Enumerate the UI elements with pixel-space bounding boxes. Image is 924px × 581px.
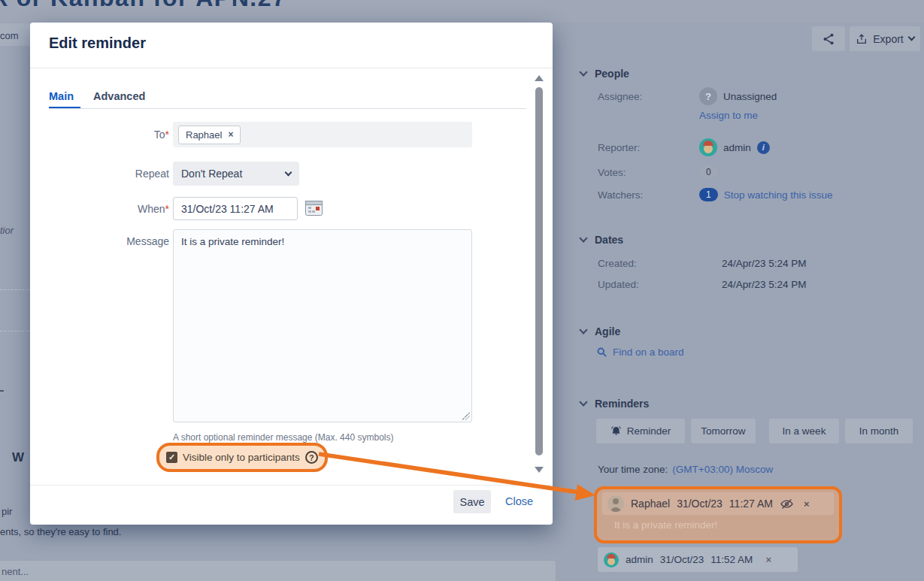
message-helper-text: A short optional reminder message (Max. …	[173, 432, 393, 443]
info-icon[interactable]: i	[757, 141, 770, 154]
created-value: 24/Apr/23 5:24 PM	[722, 258, 807, 269]
recipient-chip-label: Raphael	[186, 129, 222, 141]
when-label: When*	[60, 203, 169, 215]
when-input[interactable]: 31/Oct/23 11:27 AM	[173, 197, 298, 220]
timezone-row: Your time zone: (GMT+03:00) Moscow	[598, 464, 773, 475]
visibility-checkbox-label[interactable]: Visible only to participants	[183, 452, 300, 463]
background-text-fragment: tior	[0, 225, 14, 236]
reminder-user: Raphael	[631, 498, 670, 510]
divider	[30, 68, 553, 68]
help-icon[interactable]: ?	[305, 451, 318, 464]
reminder-entry-header: Raphael 31/Oct/23 11:27 AM ×	[602, 492, 834, 515]
chevron-down-icon[interactable]	[579, 234, 587, 242]
tomorrow-button[interactable]: Tomorrow	[691, 419, 756, 443]
background-text-fragment: nent...	[2, 566, 29, 577]
reporter-row: Reporter: admin i	[598, 138, 770, 156]
comment-box-fragment[interactable]	[0, 560, 556, 581]
jira-issue-page: k or Kanban for APN.27 com tior W pir en…	[0, 0, 924, 581]
assignee-row: Assignee: ? Unassigned	[598, 87, 777, 105]
tab-main[interactable]: Main	[49, 90, 74, 102]
reminder-button[interactable]: Reminder	[596, 419, 685, 443]
created-row: Created: 24/Apr/23 5:24 PM	[598, 258, 807, 269]
export-icon	[856, 33, 868, 45]
remove-recipient-icon[interactable]: ×	[228, 129, 233, 140]
to-label: To*	[60, 129, 169, 141]
background-text-fragment: com	[0, 30, 19, 41]
tomorrow-button-label: Tomorrow	[701, 425, 745, 437]
scroll-down-arrow[interactable]	[535, 467, 544, 473]
background-text-fragment: W	[12, 450, 24, 465]
assign-to-me-link[interactable]: Assign to me	[699, 110, 758, 121]
watchers-badge[interactable]: 1	[699, 188, 718, 201]
reminder-date: 31/Oct/23	[677, 498, 723, 510]
votes-row: Votes: 0	[598, 165, 718, 179]
bell-icon	[610, 425, 622, 437]
watchers-label: Watchers:	[598, 189, 699, 201]
timezone-label: Your time zone:	[598, 464, 668, 475]
in-a-week-button[interactable]: In a week	[769, 419, 839, 443]
chevron-down-icon	[907, 34, 915, 41]
required-mark: *	[165, 203, 169, 215]
in-month-button-label: In month	[859, 425, 899, 437]
search-icon	[596, 346, 607, 358]
delete-reminder-icon[interactable]: ×	[804, 498, 810, 510]
section-people[interactable]: People	[580, 68, 629, 80]
chevron-down-icon	[285, 168, 292, 176]
message-text: It is a private reminder!	[181, 236, 284, 247]
votes-label: Votes:	[598, 167, 699, 178]
section-title: People	[595, 68, 629, 80]
reminder-message: It is a private reminder!	[614, 519, 717, 531]
reporter-label: Reporter:	[598, 142, 699, 153]
admin-avatar	[604, 552, 619, 567]
find-on-board-link[interactable]: Find on a board	[613, 346, 684, 358]
section-dates[interactable]: Dates	[580, 234, 623, 246]
close-link[interactable]: Close	[505, 495, 533, 507]
timezone-link[interactable]: (GMT+03:00) Moscow	[672, 464, 773, 475]
repeat-select[interactable]: Don't Repeat	[173, 162, 299, 186]
calendar-picker-button[interactable]	[304, 199, 323, 217]
delete-reminder-icon[interactable]: ×	[765, 554, 771, 565]
repeat-label: Repeat	[60, 168, 169, 180]
chevron-down-icon[interactable]	[579, 325, 587, 334]
chevron-down-icon[interactable]	[579, 398, 587, 406]
stop-watching-link[interactable]: Stop watching this issue	[724, 189, 833, 201]
section-title: Agile	[595, 325, 620, 337]
unassigned-avatar: ?	[699, 87, 717, 105]
save-button[interactable]: Save	[453, 490, 491, 513]
recipient-chip[interactable]: Raphael ×	[178, 126, 241, 144]
to-field[interactable]: Raphael ×	[173, 122, 472, 147]
scrollbar-thumb[interactable]	[535, 87, 543, 455]
scroll-up-arrow[interactable]	[535, 75, 544, 81]
section-reminders[interactable]: Reminders	[580, 398, 649, 410]
section-agile[interactable]: Agile	[580, 325, 620, 337]
in-month-button[interactable]: In month	[845, 419, 913, 443]
page-title: k or Kanban for APN.27	[0, 0, 286, 12]
updated-row: Updated: 24/Apr/23 5:24 PM	[598, 279, 807, 290]
export-button[interactable]: Export	[850, 26, 920, 51]
dialog-title: Edit reminder	[49, 35, 146, 52]
updated-label: Updated:	[598, 279, 722, 290]
find-on-board[interactable]: Find on a board	[596, 346, 684, 358]
edit-reminder-dialog: Edit reminder Main Advanced To* Raphael …	[30, 23, 553, 525]
assignee-value: Unassigned	[723, 91, 777, 102]
reminder-date: 31/Oct/23	[660, 554, 704, 565]
reminder-time: 11:52 AM	[710, 554, 753, 565]
admin-avatar	[699, 138, 717, 156]
background-text-fragment: ents, so they're easy to find.	[0, 526, 121, 537]
share-button[interactable]	[812, 26, 845, 51]
section-title: Reminders	[595, 398, 649, 410]
when-input-value: 31/Oct/23 11:27 AM	[181, 203, 274, 215]
background-dashed-line	[0, 331, 32, 331]
repeat-select-value: Don't Repeat	[181, 168, 242, 180]
reminder-time: 11:27 AM	[729, 498, 773, 510]
message-textarea[interactable]: It is a private reminder!	[173, 229, 472, 422]
assignee-label: Assignee:	[598, 91, 699, 102]
tab-advanced[interactable]: Advanced	[93, 90, 145, 102]
hidden-eye-icon	[780, 497, 794, 511]
checkbox-checked[interactable]: ✓	[166, 452, 177, 463]
reminder-button-label: Reminder	[627, 425, 671, 437]
chevron-down-icon[interactable]	[579, 68, 587, 76]
resize-handle[interactable]	[462, 413, 470, 420]
votes-badge[interactable]: 0	[699, 165, 718, 179]
share-icon	[822, 32, 835, 46]
